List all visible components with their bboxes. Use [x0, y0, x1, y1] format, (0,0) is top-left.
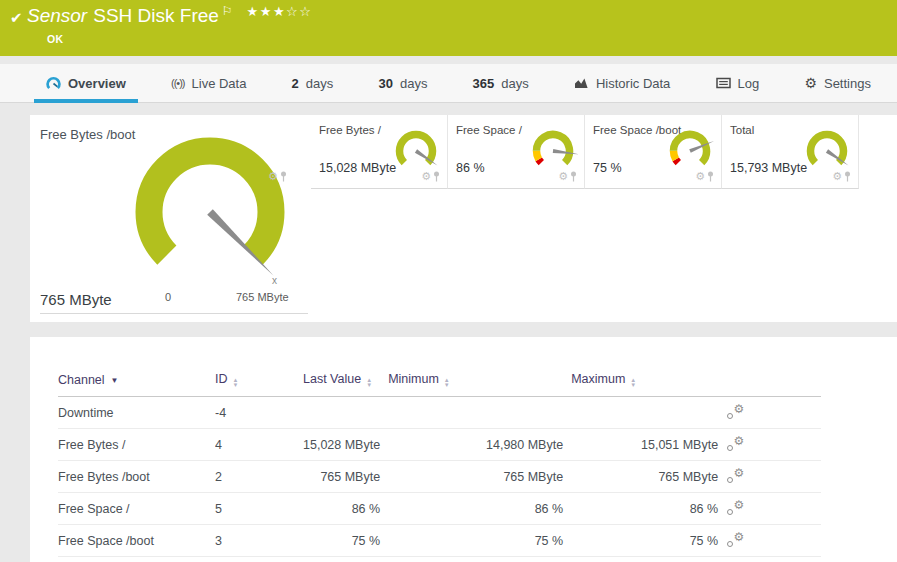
gear-icon[interactable]: ⚙: [558, 171, 568, 182]
column-header-channel[interactable]: Channel▼: [58, 367, 215, 397]
channel-name: Free Bytes /boot: [58, 461, 215, 493]
table-row-free-bytes-root[interactable]: Free Bytes / 4 15,028 MByte 14,980 MByte…: [58, 429, 821, 461]
gauge-cell-free-space-root: Free Space / 86 % ⚙: [448, 115, 585, 189]
column-label: Channel: [58, 373, 105, 387]
column-header-last-value[interactable]: Last Value▲▼: [303, 367, 388, 397]
tab-historic-data[interactable]: Historic Data: [562, 64, 682, 102]
channel-name: Downtime: [58, 397, 215, 429]
channel-maximum: 75 %: [571, 525, 726, 557]
tab-label: Live Data: [192, 76, 247, 91]
gauge-action-icons[interactable]: ⚙: [268, 171, 304, 182]
sort-both-icon: ▲▼: [630, 378, 636, 388]
column-header-actions: [726, 367, 821, 397]
tab-settings[interactable]: ⚙ Settings: [792, 64, 883, 102]
gear-icon[interactable]: ⚙: [832, 171, 842, 182]
table-row-free-space-boot[interactable]: Free Space /boot 3 75 % 75 % 75 % ⚙: [58, 525, 821, 557]
channel-settings-icon[interactable]: ⚙: [726, 435, 744, 451]
gauge-action-icons[interactable]: ⚙: [695, 171, 714, 182]
tab-label: Log: [738, 76, 760, 91]
gauge-value: 15,028 MByte: [319, 161, 396, 175]
channel-name: Free Bytes /: [58, 429, 215, 461]
gauge-scale-max: 765 MByte: [236, 291, 289, 303]
channel-minimum: 14,980 MByte: [388, 429, 571, 461]
primary-gauge-section: Free Bytes /boot x 0 765 MByte 765 MByte…: [30, 115, 311, 322]
tab-overview[interactable]: Overview: [34, 64, 138, 102]
gear-icon[interactable]: ⚙: [268, 171, 278, 182]
channel-maximum: [571, 397, 726, 429]
pin-icon[interactable]: [844, 171, 851, 182]
gauge-cell-free-space-boot: Free Space /boot 75 % ⚙: [585, 115, 722, 189]
channel-settings-icon[interactable]: ⚙: [726, 499, 744, 515]
tab-label: days: [501, 76, 528, 91]
column-label: Last Value: [303, 372, 361, 386]
tab-label: days: [400, 76, 427, 91]
sensor-status-banner: ✔ SensorSSH Disk Free⚐★★★☆☆ OK: [0, 0, 897, 56]
gauge-title: Total: [730, 124, 754, 136]
tab-365-days[interactable]: 365 days: [461, 64, 541, 102]
sort-both-icon: ▲▼: [233, 378, 239, 388]
gauge-action-icons[interactable]: ⚙: [421, 171, 440, 182]
needle-end-marker: x: [272, 275, 277, 286]
sensor-title-line: SensorSSH Disk Free⚐★★★☆☆: [27, 5, 312, 27]
gauge-scale-min: 0: [165, 291, 171, 303]
gauge-title: Free Space /: [456, 124, 522, 136]
table-row-free-space-root[interactable]: Free Space / 5 86 % 86 % 86 % ⚙: [58, 493, 821, 525]
gauge-cell-free-bytes-root: Free Bytes / 15,028 MByte ⚙: [311, 115, 448, 189]
sort-both-icon: ▲▼: [444, 378, 450, 388]
column-header-maximum[interactable]: Maximum▲▼: [571, 367, 726, 397]
tab-2-days[interactable]: 2 days: [280, 64, 346, 102]
channel-name: Free Space /: [58, 493, 215, 525]
gear-icon[interactable]: ⚙: [421, 171, 431, 182]
tab-label: Settings: [824, 76, 871, 91]
column-header-id[interactable]: ID▲▼: [215, 367, 303, 397]
gear-icon: ⚙: [804, 76, 817, 90]
gauge-value: 75 %: [593, 161, 622, 175]
pin-icon[interactable]: [433, 171, 440, 182]
live-signal-icon: ((•)): [171, 77, 185, 89]
channel-minimum: 86 %: [388, 493, 571, 525]
status-badge: OK: [47, 33, 63, 45]
channel-minimum: < 0.01 MByte: [388, 557, 571, 562]
flag-icon: ⚐: [222, 4, 233, 18]
channel-settings-icon[interactable]: ⚙: [726, 467, 744, 483]
channel-id: -1: [215, 557, 303, 562]
channel-settings-icon[interactable]: ⚙: [726, 403, 744, 419]
pin-icon[interactable]: [570, 171, 577, 182]
primary-gauge[interactable]: [125, 130, 295, 290]
gauge-title: Free Bytes /: [319, 124, 381, 136]
primary-gauge-value: 765 MByte: [40, 291, 112, 308]
table-row-downtime[interactable]: Downtime -4 ⚙: [58, 397, 821, 429]
channel-name: Free Space /boot: [58, 525, 215, 557]
channel-maximum: 15,051 MByte: [571, 429, 726, 461]
gear-icon[interactable]: ⚙: [695, 171, 705, 182]
overview-gauges-panel: Free Bytes /boot x 0 765 MByte 765 MByte…: [30, 115, 897, 322]
tab-label: days: [306, 76, 333, 91]
channel-name: Total: [58, 557, 215, 562]
pin-icon[interactable]: [707, 171, 714, 182]
sensor-title: SSH Disk Free: [93, 5, 219, 26]
channel-maximum: 86 %: [571, 493, 726, 525]
tab-30-days[interactable]: 30 days: [366, 64, 439, 102]
column-header-minimum[interactable]: Minimum▲▼: [388, 367, 571, 397]
channel-last-value: 765 MByte: [303, 461, 388, 493]
channel-minimum: 75 %: [388, 525, 571, 557]
table-row-total[interactable]: Total -1 15,793 MByte < 0.01 MByte 15,81…: [58, 557, 821, 562]
gauge-icon: [46, 76, 61, 91]
channel-last-value: 86 %: [303, 493, 388, 525]
channel-id: 2: [215, 461, 303, 493]
tab-label: Historic Data: [596, 76, 670, 91]
column-label: ID: [215, 372, 228, 386]
tab-live-data[interactable]: ((•)) Live Data: [159, 64, 258, 102]
divider: [40, 313, 308, 314]
gauge-action-icons[interactable]: ⚙: [558, 171, 577, 182]
channel-last-value: 15,028 MByte: [303, 429, 388, 461]
tab-label-strong: 2: [292, 76, 299, 91]
channel-settings-icon[interactable]: ⚙: [726, 531, 744, 547]
table-row-free-bytes-boot[interactable]: Free Bytes /boot 2 765 MByte 765 MByte 7…: [58, 461, 821, 493]
tab-log[interactable]: Log: [704, 64, 772, 102]
priority-stars[interactable]: ★★★☆☆: [247, 4, 313, 19]
primary-gauge-title: Free Bytes /boot: [40, 127, 135, 142]
pin-icon[interactable]: [280, 171, 287, 182]
gauge-action-icons[interactable]: ⚙: [832, 171, 851, 182]
gauge-value: 86 %: [456, 161, 485, 175]
